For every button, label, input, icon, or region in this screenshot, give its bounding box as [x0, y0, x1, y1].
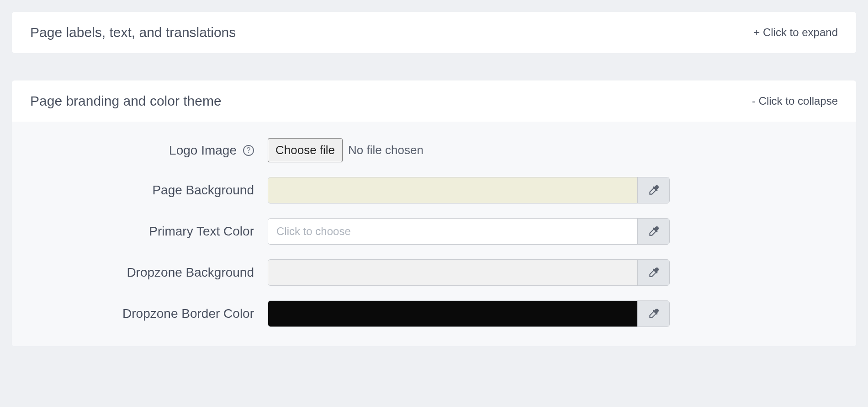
input-col-primary-text	[268, 218, 838, 245]
file-status-text: No file chosen	[348, 143, 423, 157]
color-group-primary-text	[268, 218, 670, 245]
color-group-dropzone-border	[268, 300, 670, 327]
label-col-logo: Logo Image ?	[30, 143, 268, 158]
color-input-page-background[interactable]	[268, 177, 637, 203]
row-dropzone-background: Dropzone Background	[30, 259, 838, 286]
color-input-primary-text-color[interactable]	[268, 219, 637, 244]
row-logo-image: Logo Image ? Choose file No file chosen	[30, 138, 838, 162]
input-col-dropzone-border	[268, 300, 838, 327]
panel-toggle-branding: - Click to collapse	[752, 95, 838, 107]
panel-header-branding[interactable]: Page branding and color theme - Click to…	[12, 80, 856, 122]
color-group-dropzone-bg	[268, 259, 670, 286]
label-primary-text-color: Primary Text Color	[149, 224, 254, 239]
row-dropzone-border: Dropzone Border Color	[30, 300, 838, 327]
input-col-page-background	[268, 177, 838, 204]
panel-header-labels[interactable]: Page labels, text, and translations + Cl…	[12, 12, 856, 53]
label-col-dropzone-border: Dropzone Border Color	[30, 306, 268, 321]
panel-title-labels: Page labels, text, and translations	[30, 25, 236, 40]
label-dropzone-border-color: Dropzone Border Color	[122, 306, 254, 321]
eyedropper-button-dropzone-bg[interactable]	[637, 260, 669, 285]
eyedropper-icon	[649, 309, 659, 319]
eyedropper-button-primary-text[interactable]	[637, 219, 669, 244]
eyedropper-icon	[649, 185, 659, 195]
input-col-dropzone-bg	[268, 259, 838, 286]
panel-page-labels: Page labels, text, and translations + Cl…	[12, 12, 856, 53]
color-input-dropzone-background[interactable]	[268, 260, 637, 285]
label-logo-image: Logo Image	[169, 143, 237, 158]
choose-file-button[interactable]: Choose file	[268, 138, 343, 162]
row-page-background: Page Background	[30, 177, 838, 204]
eyedropper-button-dropzone-border[interactable]	[637, 301, 669, 327]
label-col-page-background: Page Background	[30, 183, 268, 198]
eyedropper-icon	[649, 226, 659, 236]
label-col-dropzone-bg: Dropzone Background	[30, 265, 268, 280]
help-icon[interactable]: ?	[243, 145, 254, 156]
eyedropper-icon	[649, 268, 659, 278]
label-dropzone-background: Dropzone Background	[127, 265, 254, 280]
label-page-background: Page Background	[152, 183, 254, 198]
panel-title-branding: Page branding and color theme	[30, 93, 222, 109]
color-group-page-background	[268, 177, 670, 204]
color-input-dropzone-border-color[interactable]	[268, 301, 637, 327]
row-primary-text-color: Primary Text Color	[30, 218, 838, 245]
label-col-primary-text: Primary Text Color	[30, 224, 268, 239]
panel-body-branding: Logo Image ? Choose file No file chosen …	[12, 122, 856, 346]
input-col-logo: Choose file No file chosen	[268, 138, 838, 162]
panel-branding: Page branding and color theme - Click to…	[12, 80, 856, 346]
panel-toggle-labels: + Click to expand	[753, 26, 838, 39]
eyedropper-button-page-background[interactable]	[637, 177, 669, 203]
